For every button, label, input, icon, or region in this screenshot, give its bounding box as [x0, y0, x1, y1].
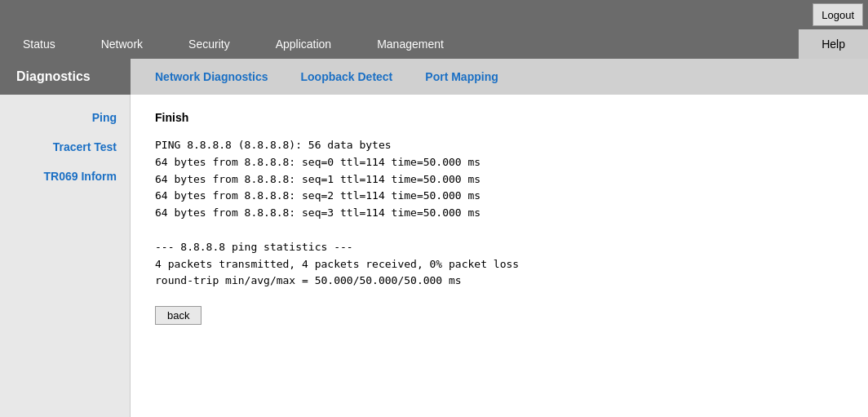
nav-help-button[interactable]: Help [799, 29, 868, 59]
ping-line-4: 64 bytes from 8.8.8.8: seq=2 ttl=114 tim… [155, 189, 480, 202]
nav-item-status[interactable]: Status [0, 29, 78, 59]
ping-line-8: 4 packets transmitted, 4 packets receive… [155, 258, 519, 270]
ping-line-3: 64 bytes from 8.8.8.8: seq=1 ttl=114 tim… [155, 173, 480, 185]
subnav-network-diagnostics[interactable]: Network Diagnostics [139, 70, 284, 83]
nav-item-management[interactable]: Management [354, 29, 467, 59]
sidebar-item-ping[interactable]: Ping [0, 103, 130, 132]
sub-nav: Network Diagnostics Loopback Detect Port… [131, 59, 523, 95]
nav-item-security[interactable]: Security [166, 29, 253, 59]
ping-line-9: round-trip min/avg/max = 50.000/50.000/5… [155, 274, 462, 286]
finish-label: Finish [155, 111, 844, 124]
main-nav: Status Network Security Application Mana… [0, 29, 868, 59]
ping-line-2: 64 bytes from 8.8.8.8: seq=0 ttl=114 tim… [155, 156, 480, 168]
main-content: Finish PING 8.8.8.8 (8.8.8.8): 56 data b… [131, 95, 868, 417]
nav-item-network[interactable]: Network [78, 29, 166, 59]
sidebar: Ping Tracert Test TR069 Inform [0, 95, 131, 417]
logout-button[interactable]: Logout [813, 3, 863, 26]
sidebar-item-tracert-test[interactable]: Tracert Test [0, 132, 130, 162]
ping-line-7: --- 8.8.8.8 ping statistics --- [155, 241, 353, 253]
ping-line-5: 64 bytes from 8.8.8.8: seq=3 ttl=114 tim… [155, 206, 480, 219]
back-button[interactable]: back [155, 306, 202, 325]
ping-output: PING 8.8.8.8 (8.8.8.8): 56 data bytes 64… [155, 137, 844, 290]
subnav-loopback-detect[interactable]: Loopback Detect [284, 70, 409, 83]
top-bar: Logout [0, 0, 868, 29]
page-body: Ping Tracert Test TR069 Inform Finish PI… [0, 95, 868, 417]
header-row: Diagnostics Network Diagnostics Loopback… [0, 59, 868, 95]
nav-item-application[interactable]: Application [253, 29, 355, 59]
subnav-port-mapping[interactable]: Port Mapping [409, 70, 514, 83]
ping-line-1: PING 8.8.8.8 (8.8.8.8): 56 data bytes [155, 139, 392, 151]
page-title: Diagnostics [0, 59, 131, 95]
sidebar-item-tr069-inform[interactable]: TR069 Inform [0, 162, 130, 191]
